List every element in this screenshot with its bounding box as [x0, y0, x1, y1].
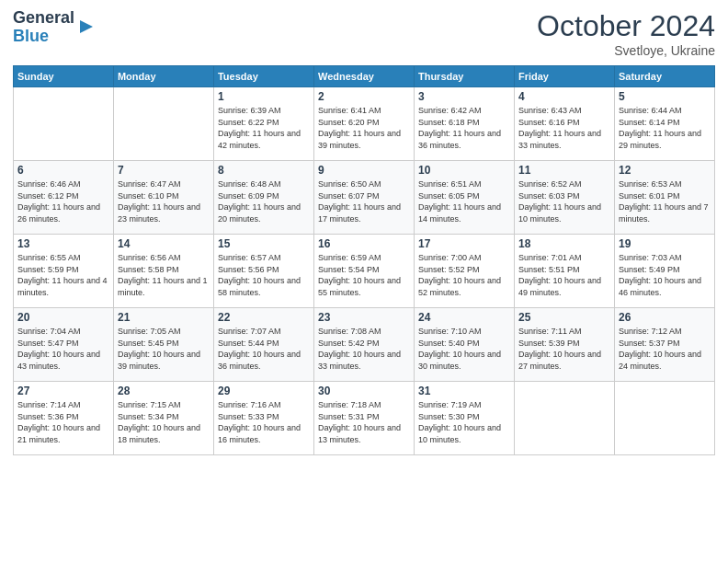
cell-info: Sunrise: 6:48 AM Sunset: 6:09 PM Dayligh… — [218, 178, 310, 224]
cell-info: Sunrise: 7:12 AM Sunset: 5:37 PM Dayligh… — [619, 326, 711, 372]
cell-info: Sunrise: 7:18 AM Sunset: 5:31 PM Dayligh… — [318, 399, 410, 445]
cell-info: Sunrise: 6:44 AM Sunset: 6:14 PM Dayligh… — [619, 105, 711, 151]
calendar-cell: 17Sunrise: 7:00 AM Sunset: 5:52 PM Dayli… — [414, 235, 514, 308]
cell-info: Sunrise: 6:46 AM Sunset: 6:12 PM Dayligh… — [17, 178, 109, 224]
day-number: 21 — [118, 311, 210, 324]
calendar-cell: 9Sunrise: 6:50 AM Sunset: 6:07 PM Daylig… — [313, 161, 414, 235]
cell-info: Sunrise: 6:53 AM Sunset: 6:01 PM Dayligh… — [619, 178, 711, 224]
cell-info: Sunrise: 7:05 AM Sunset: 5:45 PM Dayligh… — [118, 326, 210, 372]
day-number: 25 — [518, 311, 610, 324]
calendar-cell: 19Sunrise: 7:03 AM Sunset: 5:49 PM Dayli… — [614, 235, 714, 308]
calendar-table: SundayMondayTuesdayWednesdayThursdayFrid… — [13, 65, 715, 455]
month-title: October 2024 — [537, 9, 715, 43]
day-number: 18 — [518, 237, 610, 250]
page: General Blue October 2024 Svetloye, Ukra… — [0, 0, 728, 563]
cell-info: Sunrise: 7:00 AM Sunset: 5:52 PM Dayligh… — [418, 252, 510, 298]
calendar-cell: 12Sunrise: 6:53 AM Sunset: 6:01 PM Dayli… — [614, 161, 714, 235]
cell-info: Sunrise: 7:16 AM Sunset: 5:33 PM Dayligh… — [218, 399, 310, 445]
calendar-cell: 20Sunrise: 7:04 AM Sunset: 5:47 PM Dayli… — [14, 308, 114, 382]
day-number: 2 — [318, 90, 410, 103]
day-number: 22 — [218, 311, 310, 324]
calendar-cell: 30Sunrise: 7:18 AM Sunset: 5:31 PM Dayli… — [313, 382, 414, 455]
day-number: 10 — [418, 164, 510, 177]
calendar-cell: 18Sunrise: 7:01 AM Sunset: 5:51 PM Dayli… — [514, 235, 614, 308]
cell-info: Sunrise: 7:15 AM Sunset: 5:34 PM Dayligh… — [118, 399, 210, 445]
calendar-cell: 1Sunrise: 6:39 AM Sunset: 6:22 PM Daylig… — [213, 87, 313, 161]
week-row-5: 27Sunrise: 7:14 AM Sunset: 5:36 PM Dayli… — [14, 382, 715, 455]
day-number: 17 — [418, 237, 510, 250]
day-number: 8 — [218, 164, 310, 177]
cell-info: Sunrise: 7:10 AM Sunset: 5:40 PM Dayligh… — [418, 326, 510, 372]
cell-info: Sunrise: 6:39 AM Sunset: 6:22 PM Dayligh… — [218, 105, 310, 151]
header: General Blue October 2024 Svetloye, Ukra… — [13, 9, 715, 58]
day-header-monday: Monday — [113, 66, 213, 87]
week-row-4: 20Sunrise: 7:04 AM Sunset: 5:47 PM Dayli… — [14, 308, 715, 382]
cell-info: Sunrise: 7:03 AM Sunset: 5:49 PM Dayligh… — [619, 252, 711, 298]
cell-info: Sunrise: 7:01 AM Sunset: 5:51 PM Dayligh… — [518, 252, 610, 298]
day-number: 11 — [518, 164, 610, 177]
cell-info: Sunrise: 6:56 AM Sunset: 5:58 PM Dayligh… — [118, 252, 210, 298]
calendar-cell: 14Sunrise: 6:56 AM Sunset: 5:58 PM Dayli… — [113, 235, 213, 308]
logo: General Blue — [13, 9, 95, 46]
calendar-cell: 10Sunrise: 6:51 AM Sunset: 6:05 PM Dayli… — [414, 161, 514, 235]
cell-info: Sunrise: 7:19 AM Sunset: 5:30 PM Dayligh… — [418, 399, 510, 445]
cell-info: Sunrise: 7:04 AM Sunset: 5:47 PM Dayligh… — [17, 326, 109, 372]
cell-info: Sunrise: 7:08 AM Sunset: 5:42 PM Dayligh… — [318, 326, 410, 372]
day-number: 12 — [619, 164, 711, 177]
calendar-cell: 26Sunrise: 7:12 AM Sunset: 5:37 PM Dayli… — [614, 308, 714, 382]
calendar-cell — [614, 382, 714, 455]
cell-info: Sunrise: 6:42 AM Sunset: 6:18 PM Dayligh… — [418, 105, 510, 151]
logo-text: General Blue — [13, 9, 74, 46]
cell-info: Sunrise: 6:41 AM Sunset: 6:20 PM Dayligh… — [318, 105, 410, 151]
day-header-saturday: Saturday — [614, 66, 714, 87]
title-area: October 2024 Svetloye, Ukraine — [537, 9, 715, 58]
day-number: 7 — [118, 164, 210, 177]
calendar-cell: 25Sunrise: 7:11 AM Sunset: 5:39 PM Dayli… — [514, 308, 614, 382]
day-number: 23 — [318, 311, 410, 324]
day-number: 15 — [218, 237, 310, 250]
day-number: 1 — [218, 90, 310, 103]
calendar-cell: 21Sunrise: 7:05 AM Sunset: 5:45 PM Dayli… — [113, 308, 213, 382]
cell-info: Sunrise: 6:57 AM Sunset: 5:56 PM Dayligh… — [218, 252, 310, 298]
header-row: SundayMondayTuesdayWednesdayThursdayFrid… — [14, 66, 715, 87]
calendar-cell: 15Sunrise: 6:57 AM Sunset: 5:56 PM Dayli… — [213, 235, 313, 308]
calendar-cell: 7Sunrise: 6:47 AM Sunset: 6:10 PM Daylig… — [113, 161, 213, 235]
day-number: 16 — [318, 237, 410, 250]
calendar-cell — [514, 382, 614, 455]
day-number: 3 — [418, 90, 510, 103]
calendar-cell: 5Sunrise: 6:44 AM Sunset: 6:14 PM Daylig… — [614, 87, 714, 161]
day-header-wednesday: Wednesday — [313, 66, 414, 87]
calendar-cell: 6Sunrise: 6:46 AM Sunset: 6:12 PM Daylig… — [14, 161, 114, 235]
week-row-2: 6Sunrise: 6:46 AM Sunset: 6:12 PM Daylig… — [14, 161, 715, 235]
calendar-cell: 27Sunrise: 7:14 AM Sunset: 5:36 PM Dayli… — [14, 382, 114, 455]
cell-info: Sunrise: 6:59 AM Sunset: 5:54 PM Dayligh… — [318, 252, 410, 298]
cell-info: Sunrise: 6:55 AM Sunset: 5:59 PM Dayligh… — [17, 252, 109, 298]
cell-info: Sunrise: 6:51 AM Sunset: 6:05 PM Dayligh… — [418, 178, 510, 224]
day-number: 26 — [619, 311, 711, 324]
day-number: 27 — [17, 385, 109, 397]
day-number: 19 — [619, 237, 711, 250]
cell-info: Sunrise: 7:11 AM Sunset: 5:39 PM Dayligh… — [518, 326, 610, 372]
day-header-thursday: Thursday — [414, 66, 514, 87]
day-header-tuesday: Tuesday — [213, 66, 313, 87]
week-row-1: 1Sunrise: 6:39 AM Sunset: 6:22 PM Daylig… — [14, 87, 715, 161]
day-number: 13 — [17, 237, 109, 250]
day-number: 5 — [619, 90, 711, 103]
day-number: 28 — [118, 385, 210, 397]
day-number: 4 — [518, 90, 610, 103]
cell-info: Sunrise: 6:50 AM Sunset: 6:07 PM Dayligh… — [318, 178, 410, 224]
cell-info: Sunrise: 7:14 AM Sunset: 5:36 PM Dayligh… — [17, 399, 109, 445]
calendar-cell: 11Sunrise: 6:52 AM Sunset: 6:03 PM Dayli… — [514, 161, 614, 235]
calendar-cell: 29Sunrise: 7:16 AM Sunset: 5:33 PM Dayli… — [213, 382, 313, 455]
location: Svetloye, Ukraine — [537, 43, 715, 58]
calendar-cell: 2Sunrise: 6:41 AM Sunset: 6:20 PM Daylig… — [313, 87, 414, 161]
svg-marker-0 — [80, 20, 93, 33]
cell-info: Sunrise: 6:52 AM Sunset: 6:03 PM Dayligh… — [518, 178, 610, 224]
day-number: 6 — [17, 164, 109, 177]
calendar-cell: 8Sunrise: 6:48 AM Sunset: 6:09 PM Daylig… — [213, 161, 313, 235]
day-number: 29 — [218, 385, 310, 397]
day-number: 24 — [418, 311, 510, 324]
calendar-cell: 22Sunrise: 7:07 AM Sunset: 5:44 PM Dayli… — [213, 308, 313, 382]
day-header-sunday: Sunday — [14, 66, 114, 87]
calendar-cell: 3Sunrise: 6:42 AM Sunset: 6:18 PM Daylig… — [414, 87, 514, 161]
